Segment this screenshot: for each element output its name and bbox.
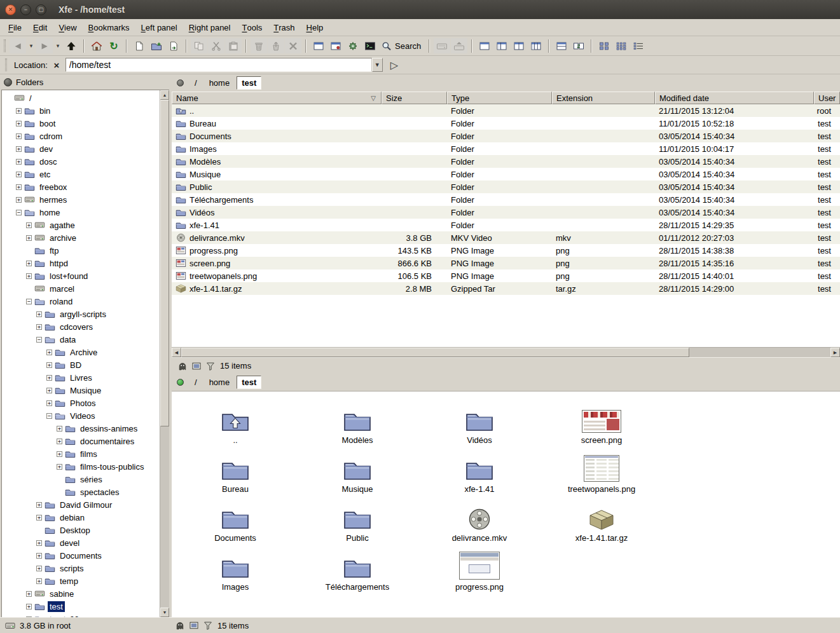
menu-tools[interactable]: Tools: [236, 19, 268, 36]
tree-item-desktop[interactable]: Desktop: [2, 524, 160, 536]
go-up-button[interactable]: [63, 38, 79, 53]
expand-icon[interactable]: +: [36, 578, 42, 584]
icon-item-xfe-1-41-tar-gz[interactable]: xfe-1.41.tar.gz: [540, 496, 663, 545]
back-button[interactable]: ◀: [10, 38, 26, 53]
icon-item-screen-png[interactable]: screen.png: [540, 398, 663, 447]
tree-item-documentaires[interactable]: +documentaires: [2, 435, 160, 447]
tree-item-devel[interactable]: +devel: [2, 536, 160, 549]
new-window-button[interactable]: [310, 38, 327, 53]
expand-icon[interactable]: +: [57, 451, 62, 457]
expand-icon[interactable]: +: [57, 426, 62, 432]
expand-icon[interactable]: +: [57, 464, 62, 470]
go-location-button[interactable]: ▷: [390, 59, 398, 71]
execute-command-button[interactable]: [345, 38, 361, 53]
path-segment-test[interactable]: test: [237, 76, 261, 90]
tree-item-lost-found[interactable]: +lost+found: [2, 269, 160, 282]
tree-item-david-gilmour[interactable]: +David Gilmour: [2, 498, 160, 511]
expand-icon[interactable]: +: [36, 324, 42, 330]
icon-item-vid-os[interactable]: Vidéos: [418, 398, 540, 447]
clear-location-icon[interactable]: ×: [52, 60, 62, 71]
tree-item-test[interactable]: +test: [2, 600, 160, 613]
column-header-modified-date[interactable]: Modified date: [655, 92, 814, 104]
detailed-list-view-button[interactable]: [630, 38, 647, 53]
delete-button[interactable]: [285, 38, 301, 53]
menu-view[interactable]: View: [53, 19, 82, 36]
expand-icon[interactable]: +: [36, 515, 42, 521]
icon-item-documents[interactable]: Documents: [174, 496, 296, 545]
mount-button[interactable]: [434, 38, 450, 53]
tree-and-panel-button[interactable]: [493, 38, 510, 53]
forward-history-button[interactable]: ▾: [53, 38, 62, 53]
new-symlink-button[interactable]: [165, 38, 182, 53]
tree-item-httpd[interactable]: +httpd: [2, 257, 160, 269]
expand-icon[interactable]: +: [36, 502, 42, 508]
column-header-user[interactable]: User: [814, 92, 840, 104]
tree-item-debian[interactable]: +debian: [2, 511, 160, 524]
file-row-t-l-chargements[interactable]: TéléchargementsFolder03/05/2014 15:40:34…: [172, 193, 840, 206]
icon-item-public[interactable]: Public: [296, 496, 418, 545]
tree-item-bd[interactable]: +BD: [2, 358, 160, 371]
collapse-icon[interactable]: −: [16, 210, 22, 215]
expand-icon[interactable]: +: [36, 540, 42, 546]
file-row-xfe-1-41-tar-gz[interactable]: xfe-1.41.tar.gz2.8 MBGzipped Tartar.gz28…: [172, 282, 840, 295]
scroll-thumb[interactable]: [181, 348, 689, 357]
path-segment-root[interactable]: /: [189, 376, 202, 389]
expand-icon[interactable]: +: [16, 172, 22, 177]
column-header-extension[interactable]: Extension: [552, 92, 655, 104]
expand-icon[interactable]: +: [26, 616, 32, 618]
scroll-left-icon[interactable]: ◀: [172, 348, 181, 357]
file-row-public[interactable]: PublicFolder03/05/2014 15:40:34test: [172, 180, 840, 193]
new-root-window-button[interactable]: [327, 38, 344, 53]
new-file-button[interactable]: [131, 38, 148, 53]
file-row-progress-png[interactable]: progress.png143.5 KBPNG Imagepng28/11/20…: [172, 244, 840, 257]
toolbar-grip[interactable]: [4, 39, 6, 52]
menu-edit[interactable]: Edit: [27, 19, 53, 36]
expand-icon[interactable]: +: [46, 400, 52, 406]
tree-item-freebox[interactable]: +freebox: [2, 180, 160, 193]
file-row-up[interactable]: ..Folder21/11/2015 13:12:04root: [172, 104, 840, 117]
scroll-track[interactable]: [160, 426, 169, 608]
expand-icon[interactable]: +: [46, 388, 52, 393]
expand-icon[interactable]: +: [26, 235, 32, 241]
scroll-thumb[interactable]: [160, 100, 169, 426]
tree-item-data[interactable]: −data: [2, 333, 160, 346]
icon-item-mod-les[interactable]: Modèles: [296, 398, 418, 447]
expand-icon[interactable]: +: [36, 566, 42, 571]
icon-item-delivrance-mkv[interactable]: delivrance.mkv: [418, 496, 540, 545]
tree-item-photos[interactable]: +Photos: [2, 397, 160, 409]
tree-item-s-ries[interactable]: séries: [2, 473, 160, 486]
menu-bookmarks[interactable]: Bookmarks: [83, 19, 135, 36]
tree-item-temp[interactable]: +temp: [2, 575, 160, 587]
tree-item-scripts[interactable]: +scripts: [2, 562, 160, 575]
refresh-button[interactable]: ↻: [106, 38, 122, 53]
tree-item-bin[interactable]: +bin: [2, 104, 160, 117]
expand-icon[interactable]: +: [16, 184, 22, 190]
tree-item-archive[interactable]: +archive: [2, 231, 160, 244]
terminal-button[interactable]: [362, 38, 378, 53]
tree-item-films-tous-publics[interactable]: +films-tous-publics: [2, 460, 160, 473]
two-panels-button[interactable]: [511, 38, 527, 53]
location-input[interactable]: [65, 58, 372, 72]
close-button[interactable]: ✕: [5, 4, 16, 15]
icon-item-treetwopanels-png[interactable]: treetwopanels.png: [540, 447, 663, 496]
expand-icon[interactable]: +: [16, 159, 22, 165]
tree-item-dosc[interactable]: +dosc: [2, 155, 160, 168]
expand-icon[interactable]: +: [46, 350, 52, 355]
file-row-bureau[interactable]: BureauFolder11/01/2015 10:52:18test: [172, 117, 840, 130]
path-segment-test[interactable]: test: [237, 376, 261, 389]
expand-icon[interactable]: +: [46, 375, 52, 381]
expand-icon[interactable]: +: [16, 146, 22, 152]
expand-icon[interactable]: +: [26, 261, 32, 266]
file-row-documents[interactable]: DocumentsFolder03/05/2014 15:40:34test: [172, 130, 840, 142]
file-row-screen-png[interactable]: screen.png866.6 KBPNG Imagepng28/11/2015…: [172, 257, 840, 269]
restore-from-trash-button[interactable]: [268, 38, 284, 53]
tree-item-videos[interactable]: −Videos: [2, 409, 160, 422]
menu-file[interactable]: File: [3, 19, 27, 36]
horizontal-panels-button[interactable]: [553, 38, 570, 53]
expand-icon[interactable]: +: [26, 591, 32, 597]
column-header-size[interactable]: Size: [382, 92, 447, 104]
tree-item-trusty32[interactable]: +trusty32: [2, 613, 160, 617]
column-header-name[interactable]: Name▽: [172, 92, 382, 104]
expand-icon[interactable]: +: [36, 553, 42, 559]
back-history-button[interactable]: ▾: [27, 38, 36, 53]
